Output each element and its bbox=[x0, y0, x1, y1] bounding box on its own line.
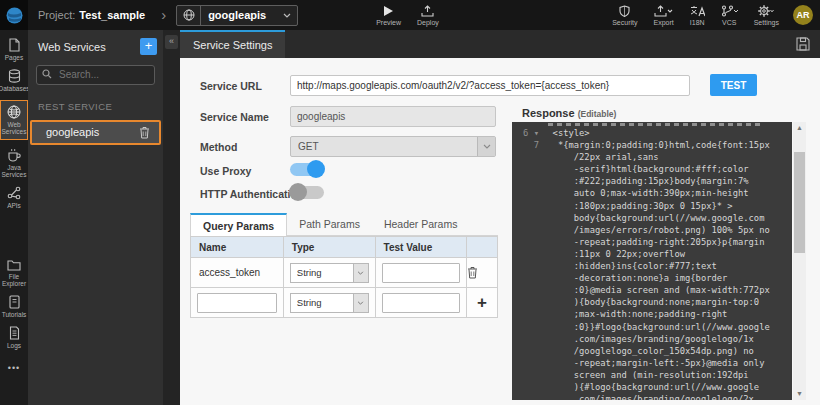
sidebar-item-label: Java Services bbox=[0, 164, 28, 178]
param-type-select[interactable]: String bbox=[290, 293, 369, 313]
add-param-button[interactable]: + bbox=[477, 293, 487, 312]
api-nodes-icon bbox=[7, 186, 21, 200]
translate-icon bbox=[690, 5, 705, 17]
service-url-input[interactable] bbox=[290, 75, 690, 96]
column-header-test-value: Test Value bbox=[375, 237, 467, 258]
column-header-type: Type bbox=[283, 237, 375, 258]
i18n-button[interactable]: I18N bbox=[690, 5, 705, 26]
deploy-icon bbox=[421, 5, 434, 17]
service-settings-content: Service URL TEST Service Name Method GET… bbox=[180, 58, 820, 405]
table-row: access_token String bbox=[191, 258, 498, 288]
service-item-label: googleapis bbox=[46, 126, 139, 138]
sidebar-item-tutorials[interactable]: Tutorials bbox=[0, 295, 28, 318]
ellipsis-icon: ••• bbox=[8, 363, 20, 373]
save-button[interactable] bbox=[796, 37, 810, 51]
method-select[interactable]: GET bbox=[290, 136, 496, 157]
delete-param-button[interactable] bbox=[467, 266, 497, 279]
test-button[interactable]: TEST bbox=[710, 74, 757, 96]
deploy-button[interactable]: Deploy bbox=[417, 5, 439, 26]
tab-query-params[interactable]: Query Params bbox=[190, 213, 287, 236]
shield-icon bbox=[619, 5, 630, 17]
sidebar-item-databases[interactable]: Databases bbox=[0, 69, 28, 92]
sidebar-item-label: Tutorials bbox=[2, 311, 27, 318]
use-proxy-toggle[interactable] bbox=[290, 163, 324, 176]
project-breadcrumb: Project:Test_sample bbox=[38, 9, 145, 21]
code-row: 7 *{margin:0;padding:0}html,code{font:15… bbox=[512, 139, 792, 151]
sidebar-item-label: Logs bbox=[7, 342, 21, 349]
topbar: Project:Test_sample › googleapis Preview… bbox=[0, 0, 820, 30]
param-test-value-input[interactable] bbox=[382, 293, 461, 313]
editor-scrollbar[interactable]: ▲ ▼ bbox=[793, 122, 806, 400]
vcs-button[interactable]: VCS bbox=[721, 5, 738, 26]
folder-icon bbox=[7, 259, 21, 271]
scroll-down-icon[interactable]: ▼ bbox=[793, 388, 806, 400]
http-auth-toggle[interactable] bbox=[290, 186, 324, 199]
chevron-down-icon bbox=[283, 13, 291, 18]
page-icon bbox=[8, 38, 21, 52]
trash-icon[interactable] bbox=[139, 126, 150, 139]
scroll-up-icon[interactable]: ▲ bbox=[793, 122, 806, 134]
export-button[interactable]: Export bbox=[653, 5, 673, 26]
logs-icon bbox=[8, 326, 21, 340]
sidebar-item-label: Pages bbox=[5, 54, 23, 61]
gear-icon bbox=[758, 5, 774, 17]
service-list-item-googleapis[interactable]: googleapis bbox=[30, 120, 161, 145]
code-row: auto 0;max-width:390px;min-height bbox=[512, 187, 792, 199]
project-label: Project: bbox=[38, 9, 75, 21]
service-name-input[interactable] bbox=[290, 106, 496, 127]
code-row: /googlelogo_color_150x54dp.png) no bbox=[512, 345, 792, 357]
export-icon bbox=[654, 5, 673, 17]
http-auth-label: HTTP Authentication bbox=[200, 188, 303, 200]
response-editable-suffix: (Editable) bbox=[578, 109, 617, 119]
code-row: ){#logo{background:url(//www.google bbox=[512, 381, 792, 393]
code-row: 6 ▾ <style> bbox=[512, 127, 792, 139]
tab-path-params[interactable]: Path Params bbox=[287, 213, 372, 235]
service-name-label: Service Name bbox=[200, 111, 269, 123]
sidebar-item-label: APIs bbox=[7, 202, 21, 209]
sidebar-more-button[interactable]: ••• bbox=[8, 363, 20, 373]
method-select-value: GET bbox=[291, 141, 477, 152]
coffee-icon bbox=[7, 148, 21, 162]
search-box bbox=[36, 64, 155, 85]
param-name-cell: access_token bbox=[191, 258, 284, 288]
param-name-input[interactable] bbox=[197, 293, 277, 313]
chevron-down-icon bbox=[477, 137, 495, 156]
code-row: screen and (min-resolution:192dpi bbox=[512, 369, 792, 381]
globe-icon bbox=[7, 105, 21, 119]
add-service-button[interactable]: + bbox=[140, 38, 157, 55]
scrollbar-thumb[interactable] bbox=[794, 152, 805, 253]
main-area: Service Settings Service URL TEST Servic… bbox=[180, 30, 820, 405]
code-row: -repeat;padding-right:205px}p{margin bbox=[512, 236, 792, 248]
code-row: -decoration:none}a img{border bbox=[512, 272, 792, 284]
panel-divider: « bbox=[163, 30, 180, 405]
settings-button[interactable]: Settings bbox=[754, 5, 779, 26]
avatar[interactable]: AR bbox=[793, 5, 813, 25]
sidebar-item-apis[interactable]: APIs bbox=[0, 186, 28, 209]
code-row: ){body{background:none;margin-top:0 bbox=[512, 296, 792, 308]
sidebar-item-pages[interactable]: Pages bbox=[0, 38, 28, 61]
export-label: Export bbox=[653, 19, 673, 26]
code-row: body{background:url(//www.google.com bbox=[512, 212, 792, 224]
sidebar-item-file-explorer[interactable]: File Explorer bbox=[0, 259, 28, 287]
search-input[interactable] bbox=[36, 65, 155, 85]
tab-service-settings[interactable]: Service Settings bbox=[180, 30, 285, 58]
response-editor[interactable]: 6 ▾ <style>7 *{margin:0;padding:0}html,c… bbox=[512, 122, 792, 400]
param-type-select[interactable]: String bbox=[290, 263, 369, 283]
service-url-label: Service URL bbox=[200, 80, 262, 92]
preview-button[interactable]: Preview bbox=[376, 5, 401, 26]
collapse-panel-button[interactable]: « bbox=[165, 35, 178, 49]
code-row: :0}}#logo{background:url(//www.google bbox=[512, 321, 792, 333]
response-label: Response (Editable) bbox=[522, 107, 616, 119]
sidebar-item-web-services[interactable]: Web Services bbox=[0, 100, 28, 140]
play-icon bbox=[383, 5, 394, 17]
branch-icon bbox=[721, 5, 738, 17]
security-button[interactable]: Security bbox=[612, 5, 637, 26]
sidebar-item-java-services[interactable]: Java Services bbox=[0, 148, 28, 178]
tab-header-params[interactable]: Header Params bbox=[372, 213, 470, 235]
param-test-value-input[interactable] bbox=[382, 263, 461, 283]
code-row: /images/errors/robot.png) 100% 5px no bbox=[512, 224, 792, 236]
sidebar-item-label: Databases bbox=[0, 85, 30, 92]
app-selector[interactable]: googleapis bbox=[176, 5, 298, 26]
sidebar-item-logs[interactable]: Logs bbox=[0, 326, 28, 349]
brand-logo bbox=[0, 0, 28, 30]
